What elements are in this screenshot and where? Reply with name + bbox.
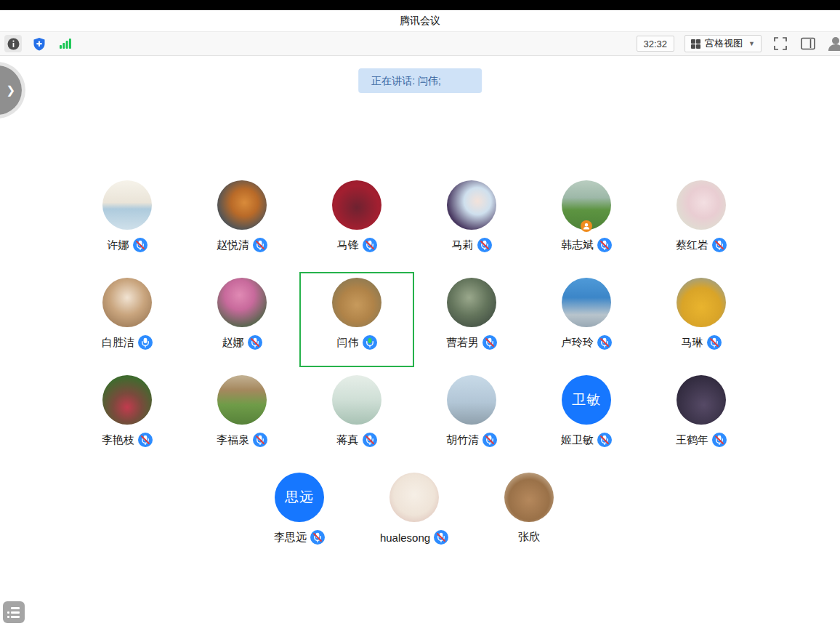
- participant-name: 马莉: [452, 238, 474, 252]
- side-panel-icon: [801, 37, 815, 50]
- participant-tile[interactable]: 蒋真: [299, 369, 414, 465]
- participants-grid: 许娜 赵悦清: [70, 174, 759, 562]
- os-top-bar: [0, 0, 840, 10]
- fullscreen-button[interactable]: [772, 35, 789, 52]
- microphone-status-icon: [707, 335, 722, 350]
- participant-name: 蔡红岩: [676, 238, 708, 252]
- avatar: [102, 278, 152, 327]
- avatar: [562, 180, 611, 230]
- microphone-status-icon: [477, 238, 492, 252]
- microphone-status-icon: [434, 530, 448, 545]
- participant-name: 曹若男: [446, 336, 479, 350]
- microphone-status-icon: [310, 530, 325, 545]
- microphone-status-icon: [712, 238, 727, 252]
- avatar: [562, 278, 611, 327]
- avatar: 思远: [275, 473, 324, 522]
- participant-name: 卢玲玲: [561, 336, 594, 350]
- participant-name: 李艳枝: [102, 433, 134, 447]
- avatar-initials: 卫敏: [572, 390, 601, 409]
- avatar: [332, 278, 381, 327]
- avatar: 卫敏: [562, 375, 611, 425]
- microphone-status-icon: [363, 335, 377, 350]
- avatar: [389, 473, 439, 522]
- meeting-toolbar: 32:32 宫格视图 ▼ ❯: [0, 32, 840, 56]
- speaking-banner: 正在讲话: 闫伟;: [358, 68, 482, 93]
- avatar: [677, 375, 726, 425]
- avatar: [677, 180, 726, 230]
- avatar-initials: 思远: [285, 488, 314, 507]
- window-titlebar: 腾讯会议: [0, 10, 840, 32]
- avatar: [677, 278, 726, 327]
- participant-name: 韩志斌: [561, 238, 594, 252]
- avatar: [447, 180, 496, 230]
- security-shield-button[interactable]: [31, 35, 48, 52]
- info-icon: [7, 38, 20, 50]
- participant-name: 蒋真: [337, 433, 359, 447]
- view-mode-label: 宫格视图: [705, 37, 743, 50]
- participant-name: 白胜洁: [102, 336, 134, 350]
- participant-name: 李思远: [274, 531, 307, 545]
- participant-name: 姬卫敏: [561, 433, 594, 447]
- microphone-status-icon: [253, 433, 267, 447]
- chevron-down-icon: ▼: [748, 40, 755, 47]
- microphone-status-icon: [248, 335, 262, 350]
- participant-name: 张欣: [518, 530, 540, 544]
- microphone-status-icon: [482, 433, 497, 447]
- avatar: [332, 375, 381, 425]
- participant-name: 胡竹清: [446, 433, 479, 447]
- participant-tile[interactable]: 李福泉: [185, 369, 299, 465]
- participant-tile[interactable]: hualesong: [357, 467, 472, 562]
- microphone-status-icon: [133, 238, 148, 252]
- microphone-status-icon: [597, 335, 612, 350]
- network-quality-button[interactable]: [57, 35, 74, 52]
- microphone-status-icon: [597, 433, 612, 447]
- member-list-button[interactable]: [3, 601, 25, 623]
- avatar: [217, 375, 267, 425]
- side-panel-button[interactable]: [799, 35, 817, 52]
- participant-tile[interactable]: 王鹤年: [644, 369, 759, 465]
- microphone-status-icon: [138, 335, 153, 350]
- avatar: [504, 473, 554, 522]
- participant-tile[interactable]: 思远 李思远: [242, 467, 357, 562]
- host-badge-icon: [581, 220, 592, 232]
- participant-name: 许娜: [108, 238, 129, 252]
- person-icon: [828, 36, 840, 51]
- microphone-status-icon: [138, 433, 153, 447]
- participant-name: 闫伟: [337, 336, 359, 350]
- participant-tile-active-speaker[interactable]: 闫伟: [299, 272, 414, 367]
- avatar: [332, 180, 381, 230]
- participant-tile[interactable]: 白胜洁: [70, 272, 185, 367]
- participant-name: 马锋: [337, 238, 359, 252]
- participant-name: 王鹤年: [676, 433, 708, 447]
- participant-name: 赵悦清: [217, 238, 249, 252]
- avatar: [102, 375, 152, 425]
- participants-button[interactable]: [827, 35, 840, 52]
- shield-plus-icon: [33, 37, 46, 51]
- view-mode-select[interactable]: 宫格视图 ▼: [684, 35, 762, 52]
- participant-name: 李福泉: [217, 433, 249, 447]
- avatar: [217, 278, 267, 327]
- participant-tile[interactable]: 李艳枝: [70, 369, 185, 465]
- participant-tile[interactable]: 赵悦清: [185, 174, 299, 270]
- participant-tile[interactable]: 张欣: [472, 467, 586, 562]
- participant-tile[interactable]: 许娜: [70, 174, 185, 270]
- participant-tile[interactable]: 马锋: [299, 174, 414, 270]
- chevron-right-icon: ❯: [6, 84, 15, 97]
- list-icon: [7, 607, 20, 618]
- microphone-status-icon: [597, 238, 612, 252]
- avatar: [102, 180, 152, 230]
- participant-tile[interactable]: 胡竹清: [414, 369, 529, 465]
- avatar: [217, 180, 267, 230]
- participant-tile[interactable]: 卢玲玲: [529, 272, 644, 367]
- participant-tile[interactable]: 马莉: [414, 174, 529, 270]
- participant-tile[interactable]: 赵娜: [185, 272, 299, 367]
- participant-tile[interactable]: 曹若男: [414, 272, 529, 367]
- meeting-info-button[interactable]: [4, 35, 22, 52]
- participant-tile[interactable]: 马琳: [644, 272, 759, 367]
- participant-tile[interactable]: 韩志斌: [529, 174, 644, 270]
- meeting-stage: 正在讲话: 闫伟; 许娜 赵悦清: [0, 56, 840, 626]
- participant-tile[interactable]: 卫敏 姬卫敏: [529, 369, 644, 465]
- participant-tile[interactable]: 蔡红岩: [644, 174, 759, 270]
- participant-name: 赵娜: [222, 336, 244, 350]
- participant-name: hualesong: [380, 531, 430, 544]
